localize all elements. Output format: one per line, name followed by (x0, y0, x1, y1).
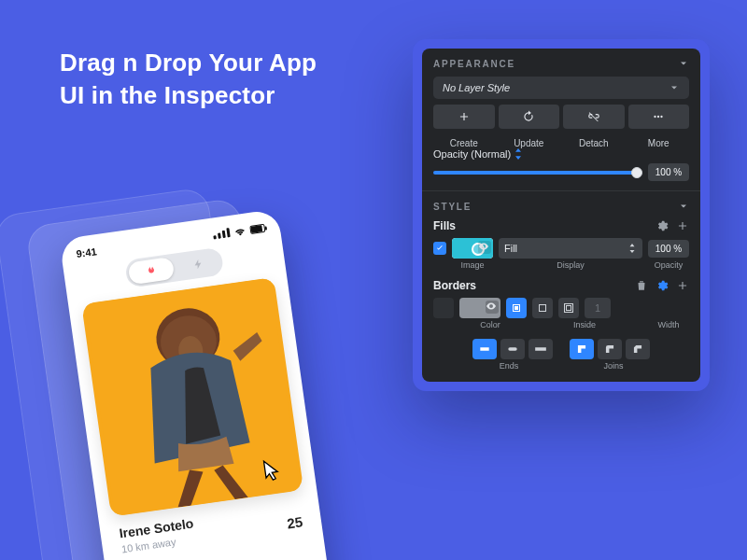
update-style-button[interactable] (499, 105, 560, 129)
inspector-panel-frame: APPEARANCE No Layer Style Create Update … (413, 39, 710, 391)
detach-icon (587, 110, 600, 123)
svg-rect-11 (514, 306, 518, 310)
fill-opacity-value[interactable]: 100 % (648, 240, 689, 258)
join-miter-button[interactable] (570, 339, 594, 359)
border-width-label: Width (648, 320, 689, 329)
svg-rect-16 (508, 347, 516, 351)
fill-mode-value: Fill (504, 243, 517, 254)
battery-icon (249, 223, 265, 233)
svg-rect-14 (567, 306, 571, 311)
layer-style-value: No Layer Style (443, 82, 510, 93)
end-round-button[interactable] (500, 339, 525, 359)
border-center-button[interactable] (532, 298, 553, 318)
eye-icon[interactable] (486, 301, 499, 314)
opacity-label-text: Opacity (Normal) (433, 148, 511, 160)
border-inside-button[interactable] (506, 298, 527, 318)
profile-card[interactable] (81, 277, 303, 517)
border-enabled-checkbox[interactable] (433, 298, 454, 318)
layer-style-select[interactable]: No Layer Style (433, 77, 689, 99)
section-style-header[interactable]: STYLE (433, 201, 689, 212)
svg-rect-13 (565, 304, 573, 313)
inspector-panel: APPEARANCE No Layer Style Create Update … (422, 49, 700, 382)
create-label: Create (433, 138, 495, 148)
svg-rect-12 (540, 305, 546, 312)
create-style-button[interactable] (433, 105, 495, 129)
border-entry: 1 (433, 298, 689, 318)
add-border-icon[interactable] (676, 279, 689, 292)
update-label: Update (499, 138, 560, 148)
phone-stage: 9:41 (0, 155, 418, 560)
slider-handle[interactable] (631, 167, 642, 178)
status-time: 9:41 (76, 245, 97, 259)
fill-display-label: Display (499, 260, 642, 270)
more-icon (652, 110, 665, 123)
svg-point-6 (661, 116, 663, 118)
stepper-icon[interactable] (514, 148, 522, 160)
plus-icon (458, 110, 471, 123)
joins-label: Joins (570, 361, 657, 371)
style-label: STYLE (433, 202, 472, 212)
gear-icon[interactable] (655, 279, 669, 292)
end-square-button[interactable] (529, 339, 553, 359)
stepper-icon (627, 244, 637, 253)
fill-image-label: Image (452, 260, 493, 270)
wifi-icon (233, 226, 247, 237)
gear-icon[interactable] (655, 219, 669, 232)
add-fill-icon[interactable] (676, 219, 689, 232)
chevron-down-icon[interactable] (678, 201, 689, 212)
svg-point-4 (655, 116, 656, 118)
detach-label: Detach (563, 138, 625, 148)
fill-opacity-label: Opacity (648, 260, 689, 270)
opacity-label[interactable]: Opacity (Normal) (433, 148, 689, 160)
more-style-button[interactable] (628, 105, 690, 129)
chevron-down-icon[interactable] (678, 58, 689, 69)
fill-entry: Fill 100 % (433, 238, 689, 259)
profile-age: 25 (286, 513, 303, 531)
join-bevel-button[interactable] (626, 339, 650, 359)
border-position-label: Inside (527, 320, 642, 329)
cursor-icon (260, 457, 285, 483)
line-ends-group (472, 339, 553, 359)
opacity-slider[interactable] (433, 171, 641, 175)
detach-style-button[interactable] (563, 105, 625, 129)
svg-point-5 (657, 116, 659, 118)
delete-border-icon[interactable] (635, 279, 648, 292)
phone-mockup[interactable]: 9:41 (59, 209, 331, 560)
section-appearance-header[interactable]: APPEARANCE (433, 58, 689, 69)
chevron-down-icon (669, 82, 680, 93)
border-color-swatch[interactable] (459, 298, 500, 318)
flame-icon (143, 263, 158, 278)
signal-icon (213, 228, 231, 239)
bolt-icon (192, 258, 205, 271)
ends-label: Ends (465, 361, 553, 371)
border-outside-button[interactable] (558, 298, 579, 318)
refresh-icon (522, 110, 535, 123)
border-width-input[interactable]: 1 (585, 298, 611, 318)
svg-rect-17 (535, 347, 546, 351)
fill-enabled-checkbox[interactable] (433, 242, 446, 255)
svg-rect-15 (480, 347, 488, 351)
join-round-button[interactable] (598, 339, 622, 359)
fills-label: Fills (433, 219, 456, 232)
fill-swatch[interactable] (452, 238, 493, 259)
fill-mode-select[interactable]: Fill (499, 238, 642, 259)
eye-icon[interactable] (478, 241, 491, 254)
end-butt-button[interactable] (472, 339, 497, 359)
more-label: More (628, 138, 690, 148)
line-joins-group (570, 339, 650, 359)
headline-text: Drag n Drop Your App UI in the Inspector (60, 47, 340, 112)
borders-label: Borders (433, 279, 476, 292)
appearance-label: APPEARANCE (433, 59, 515, 69)
border-color-label: Color (459, 320, 521, 329)
opacity-value[interactable]: 100 % (648, 163, 689, 181)
